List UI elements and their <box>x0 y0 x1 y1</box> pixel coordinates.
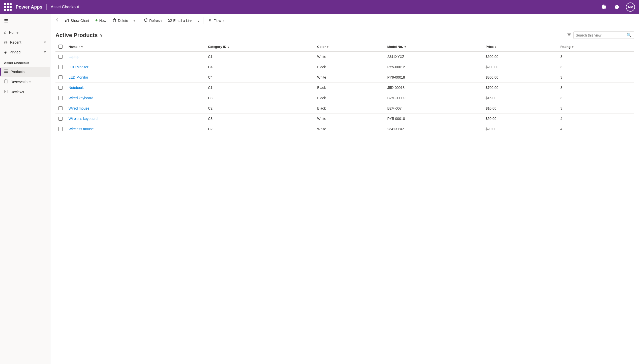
col-header-category-id[interactable]: Category ID ∨ <box>205 42 314 51</box>
table-row: Wired mouse C2 Black B2M-007 $10.00 3 <box>55 103 634 114</box>
sidebar-item-reviews[interactable]: Reviews <box>0 87 50 97</box>
table-header-row: Name ↑ ∨ Category ID ∨ <box>55 42 634 51</box>
sidebar-item-home[interactable]: ⌂ Home <box>0 28 50 37</box>
product-link-4[interactable]: Wired keyboard <box>69 96 93 100</box>
delete-button[interactable]: Delete <box>110 17 131 25</box>
view-title-chevron-icon: ∨ <box>100 33 103 38</box>
row-name-0: Laptop <box>66 51 205 62</box>
search-icon: 🔍 <box>627 33 632 38</box>
row-checkbox-cell-7 <box>55 124 66 134</box>
row-checkbox-6[interactable] <box>58 117 63 121</box>
row-model-7: 2341XYXZ <box>384 124 482 134</box>
row-color-0: White <box>314 51 384 62</box>
show-chart-button[interactable]: Show Chart <box>63 17 92 25</box>
col-header-model-no[interactable]: Model No. ∨ <box>384 42 482 51</box>
toolbar-sep-2 <box>203 17 203 24</box>
top-header: Power Apps Asset Checkout MP <box>0 0 639 14</box>
row-color-1: Black <box>314 62 384 72</box>
sidebar-item-recent[interactable]: ◷ Recent ∨ <box>0 37 50 47</box>
col-header-name[interactable]: Name ↑ ∨ <box>66 42 205 51</box>
row-model-4: B2M-00009 <box>384 93 482 103</box>
row-name-7: Wireless mouse <box>66 124 205 134</box>
sidebar-products-label: Products <box>11 70 24 74</box>
email-dropdown-button[interactable]: ∨ <box>196 17 201 24</box>
pinned-chevron-icon: ∨ <box>44 50 46 54</box>
app-title: Power Apps <box>16 5 42 10</box>
avatar[interactable]: MP <box>626 3 635 12</box>
sidebar-item-reservations[interactable]: Reservations <box>0 77 50 87</box>
product-link-2[interactable]: LED Monitor <box>69 75 88 79</box>
row-model-1: PY5-00012 <box>384 62 482 72</box>
price-col-label: Price <box>485 45 494 49</box>
name-sort-desc-icon: ∨ <box>81 45 83 48</box>
sidebar-item-pinned[interactable]: ◈ Pinned ∨ <box>0 47 50 57</box>
section-title: Asset Checkout <box>51 5 79 9</box>
product-link-0[interactable]: Laptop <box>69 55 79 59</box>
model-chevron-icon: ∨ <box>404 45 406 48</box>
table-row: Wired keyboard C3 Black B2M-00009 $15.00… <box>55 93 634 103</box>
settings-button[interactable] <box>600 3 608 11</box>
row-checkbox-0[interactable] <box>58 55 63 59</box>
filter-button[interactable] <box>565 31 573 39</box>
refresh-button[interactable]: Refresh <box>141 17 164 25</box>
row-model-6: PY5-00018 <box>384 114 482 124</box>
row-checkbox-1[interactable] <box>58 65 63 69</box>
row-model-0: 2341XYXZ <box>384 51 482 62</box>
email-icon <box>168 18 172 23</box>
product-link-7[interactable]: Wireless mouse <box>69 127 94 131</box>
col-header-rating[interactable]: Rating ∨ <box>557 42 634 51</box>
refresh-icon <box>144 18 148 23</box>
category-id-col-label: Category ID <box>208 45 226 49</box>
row-rating-3: 3 <box>557 83 634 93</box>
flow-icon <box>208 18 212 23</box>
row-name-6: Wireless keyboard <box>66 114 205 124</box>
row-price-6: $50.00 <box>482 114 557 124</box>
row-checkbox-7[interactable] <box>58 127 63 131</box>
delete-icon <box>112 18 116 23</box>
row-checkbox-3[interactable] <box>58 86 63 90</box>
view-title[interactable]: Active Products ∨ <box>55 32 103 39</box>
sidebar-item-products[interactable]: Products <box>0 67 50 77</box>
email-link-button[interactable]: Email a Link <box>165 17 195 25</box>
row-color-6: White <box>314 114 384 124</box>
row-checkbox-5[interactable] <box>58 106 63 110</box>
row-rating-6: 4 <box>557 114 634 124</box>
more-actions-button[interactable]: ⋯ <box>627 16 636 25</box>
product-link-1[interactable]: LCD Monitor <box>69 65 88 69</box>
model-no-col-label: Model No. <box>387 45 403 49</box>
flow-button[interactable]: Flow ∨ <box>205 17 227 25</box>
row-price-7: $20.00 <box>482 124 557 134</box>
home-icon: ⌂ <box>4 30 7 35</box>
svg-rect-10 <box>65 21 66 22</box>
product-link-6[interactable]: Wireless keyboard <box>69 117 98 121</box>
recent-chevron-icon: ∨ <box>44 41 46 44</box>
row-checkbox-2[interactable] <box>58 75 63 79</box>
col-header-price[interactable]: Price ∨ <box>482 42 557 51</box>
row-category-5: C2 <box>205 103 314 114</box>
back-button[interactable] <box>53 16 62 25</box>
row-price-0: $600.00 <box>482 51 557 62</box>
svg-rect-14 <box>113 19 116 19</box>
svg-rect-0 <box>4 70 8 70</box>
product-link-5[interactable]: Wired mouse <box>69 106 89 110</box>
help-button[interactable] <box>613 3 621 11</box>
toolbar-sep-1 <box>139 17 139 24</box>
select-all-header[interactable] <box>55 42 66 51</box>
color-chevron-icon: ∨ <box>327 45 329 48</box>
row-name-4: Wired keyboard <box>66 93 205 103</box>
col-header-color[interactable]: Color ∨ <box>314 42 384 51</box>
search-input[interactable] <box>576 33 625 37</box>
row-name-2: LED Monitor <box>66 72 205 83</box>
row-checkbox-4[interactable] <box>58 96 63 100</box>
color-col-label: Color <box>317 45 326 49</box>
hamburger-button[interactable]: ☰ <box>0 14 50 28</box>
row-checkbox-cell-0 <box>55 51 66 62</box>
svg-rect-6 <box>4 81 8 81</box>
row-color-5: Black <box>314 103 384 114</box>
sidebar-pinned-label: Pinned <box>10 50 41 54</box>
select-all-checkbox[interactable] <box>58 45 63 49</box>
new-button[interactable]: + New <box>93 16 109 25</box>
delete-dropdown-button[interactable]: ∨ <box>132 17 137 24</box>
product-link-3[interactable]: Notebook <box>69 86 84 90</box>
waffle-menu[interactable] <box>4 3 12 11</box>
